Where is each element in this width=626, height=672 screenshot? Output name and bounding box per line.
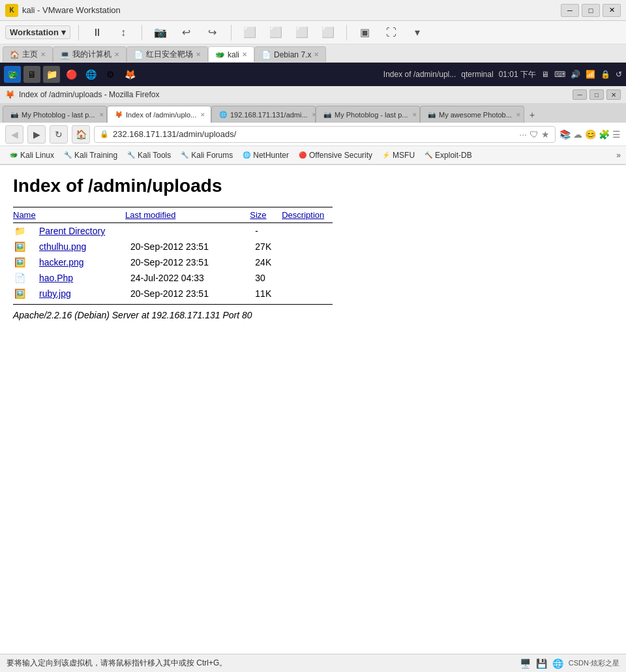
home-button[interactable]: 🏠 — [72, 125, 90, 144]
kali-forums-favicon: 🔧 — [180, 151, 189, 160]
new-tab-button[interactable]: + — [524, 107, 540, 123]
vm-tab-home[interactable]: 🏠 主页 ✕ — [3, 46, 53, 62]
browser-tab-0-close[interactable]: ✕ — [99, 112, 104, 118]
view-button-4[interactable]: ⬜ — [318, 23, 338, 42]
taskbar-icon-7[interactable]: 🦊 — [121, 66, 138, 83]
col-name-link[interactable]: Name — [13, 210, 36, 220]
revert-button[interactable]: ↩ — [176, 23, 197, 42]
toolbar-right-icons: 📚 ☁ 😊 🧩 ☰ — [559, 129, 621, 140]
browser-minimize[interactable]: ─ — [573, 89, 587, 100]
vm-tab-home-close[interactable]: ✕ — [40, 51, 46, 58]
menu-icon[interactable]: ☰ — [612, 129, 621, 140]
taskbar-icon-1[interactable]: 🐲 — [4, 66, 21, 83]
taskbar-icon-5[interactable]: 🌐 — [82, 66, 99, 83]
lock-icon: 🔒 — [100, 130, 109, 138]
sync-icon[interactable]: ☁ — [573, 129, 582, 140]
hao-link[interactable]: hao.Php — [39, 273, 73, 283]
browser-tab-1-close[interactable]: ✕ — [200, 112, 205, 118]
browser-firefox-icon: 🦊 — [5, 90, 15, 99]
browser-tab-3-close[interactable]: ✕ — [412, 112, 417, 118]
address-url: 232.168.171.131/admin/uploads/ — [113, 129, 515, 139]
workstation-button[interactable]: Workstation ▾ — [5, 25, 70, 39]
terminal-button[interactable]: ▣ — [355, 23, 376, 42]
face-icon[interactable]: 😊 — [585, 129, 596, 140]
library-icon[interactable]: 📚 — [559, 129, 571, 140]
toolbar-btn-drop[interactable]: ▾ — [407, 23, 428, 42]
minimize-button[interactable]: ─ — [561, 4, 579, 17]
hacker-link[interactable]: hacker.png — [39, 257, 84, 267]
taskbar-icon-4[interactable]: 🔴 — [63, 66, 80, 83]
browser-close[interactable]: ✕ — [606, 89, 621, 100]
taskbar-icon-3[interactable]: 📁 — [43, 66, 60, 83]
taskbar-time: 01:01 下午 — [499, 69, 536, 80]
bookmark-kali-training[interactable]: 🔧 Kali Training — [59, 149, 121, 161]
browser-tab-4[interactable]: 📷 My awesome Photob... ✕ — [420, 106, 524, 123]
cthulhu-link[interactable]: cthulhu.png — [39, 241, 86, 252]
back-button[interactable]: ◀ — [5, 125, 23, 144]
taskbar-icon-2[interactable]: 🖥 — [23, 66, 40, 83]
toolbar-btn-2[interactable]: ↕ — [113, 23, 134, 42]
taskbar-icon-sound: 🔊 — [571, 70, 580, 79]
extensions-icon[interactable]: 🧩 — [599, 129, 610, 140]
bookmark-kali-tools[interactable]: 🔧 Kali Tools — [123, 149, 175, 161]
bookmark-nethunter[interactable]: 🌐 NetHunter — [238, 149, 293, 161]
view-button-3[interactable]: ⬜ — [291, 23, 312, 42]
address-icons: ··· 🛡 ★ — [519, 129, 550, 140]
close-button[interactable]: ✕ — [603, 4, 621, 17]
col-modified-link[interactable]: Last modified — [125, 210, 175, 220]
view-button[interactable]: ⬜ — [239, 23, 260, 42]
bookmark-kali-linux[interactable]: 🐲 Kali Linux — [5, 149, 58, 161]
vm-tab-mypc-close[interactable]: ✕ — [114, 51, 119, 58]
vm-tab-debian[interactable]: 📄 Debian 7.x ✕ — [254, 46, 326, 62]
col-name-header[interactable]: Name — [13, 210, 125, 223]
maximize-button[interactable]: □ — [582, 4, 600, 17]
browser-tab-0[interactable]: 📷 My Photoblog - last p... ✕ — [3, 106, 107, 123]
browser-tab-0-label: My Photoblog - last p... — [22, 111, 95, 119]
col-modified-header[interactable]: Last modified — [125, 210, 250, 223]
taskbar-icon-6[interactable]: ⚙ — [102, 66, 119, 83]
bookmark-msfu[interactable]: ⚡ MSFU — [378, 149, 419, 161]
forward-button[interactable]: ▶ — [27, 125, 46, 144]
browser-maximize[interactable]: □ — [589, 89, 604, 100]
address-input[interactable]: 🔒 232.168.171.131/admin/uploads/ ··· 🛡 ★ — [94, 126, 556, 143]
file-name-cell: ruby.jpg — [34, 286, 125, 301]
file-size-cell: 24K — [250, 254, 282, 270]
ruby-link[interactable]: ruby.jpg — [39, 288, 71, 299]
refresh-button[interactable]: ↻ — [50, 125, 68, 144]
table-bottom-hr — [13, 304, 333, 305]
browser-tab-2[interactable]: 🌐 192.168.171.131/admi... ✕ — [211, 106, 316, 123]
vm-tab-kali-close[interactable]: ✕ — [242, 51, 247, 58]
bookmark-offensive-security[interactable]: 🔴 Offensive Security — [294, 149, 376, 161]
col-desc-header[interactable]: Description — [282, 210, 333, 223]
file-desc-cell — [282, 270, 333, 286]
col-size-link[interactable]: Size — [250, 210, 266, 220]
browser-tab-1[interactable]: 🦊 Index of /admin/uplo... ✕ — [107, 106, 211, 123]
col-desc-link[interactable]: Description — [282, 210, 324, 220]
col-size-header[interactable]: Size — [250, 210, 282, 223]
toolbar-btn-5[interactable]: ↪ — [202, 23, 223, 42]
taskbar-icon-lock: 🔒 — [601, 70, 610, 79]
vm-tab-kali[interactable]: 🐲 kali ✕ — [208, 46, 254, 62]
bookmark-exploit-db[interactable]: 🔨 Exploit-DB — [420, 149, 476, 161]
shield-icon: 🛡 — [529, 129, 539, 140]
vm-tab-redday-label: 红日安全靶场 — [146, 49, 193, 60]
bookmarks-more-button[interactable]: » — [616, 151, 621, 160]
view-button-2[interactable]: ⬜ — [265, 23, 286, 42]
titlebar: K kali - VMware Workstation ─ □ ✕ — [0, 0, 626, 21]
taskbar-icon-network: 📶 — [586, 70, 595, 79]
parent-dir-link[interactable]: Parent Directory — [39, 226, 105, 236]
vm-tab-redday[interactable]: 📄 红日安全靶场 ✕ — [127, 46, 208, 62]
browser-tab-4-close[interactable]: ✕ — [516, 112, 521, 118]
toolbar-separator-4 — [346, 25, 347, 40]
bookmark-kali-linux-label: Kali Linux — [20, 151, 54, 160]
bookmark-star-icon[interactable]: ★ — [541, 129, 550, 140]
more-options-icon[interactable]: ··· — [519, 129, 527, 140]
vm-tab-debian-close[interactable]: ✕ — [314, 51, 319, 58]
snapshot-button[interactable]: 📷 — [150, 23, 171, 42]
pause-button[interactable]: ⏸ — [87, 23, 108, 42]
vm-tab-redday-close[interactable]: ✕ — [196, 51, 201, 58]
browser-tab-3[interactable]: 📷 My Photoblog - last p... ✕ — [316, 106, 420, 123]
vm-tab-mypc[interactable]: 💻 我的计算机 ✕ — [53, 46, 127, 62]
fullscreen-button[interactable]: ⛶ — [381, 23, 402, 42]
bookmark-kali-forums[interactable]: 🔧 Kali Forums — [176, 149, 237, 161]
